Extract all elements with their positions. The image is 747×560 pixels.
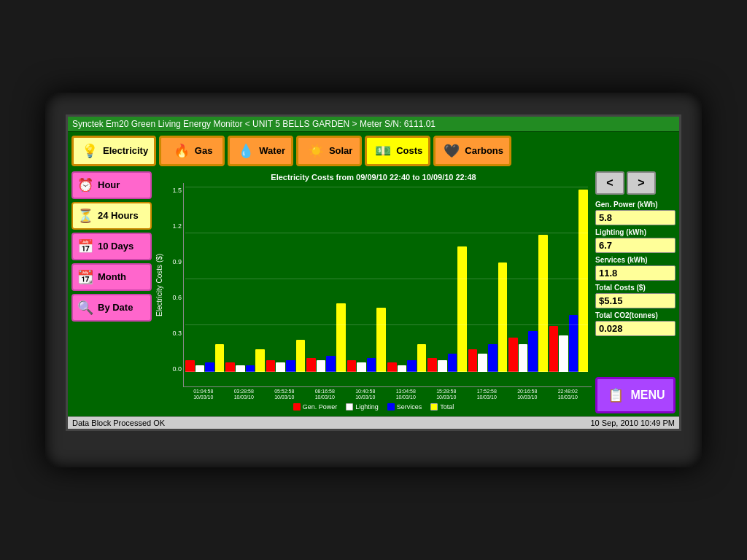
carbons-label: Carbons bbox=[465, 145, 503, 156]
bar-group bbox=[427, 246, 466, 372]
stat-lighting: Lighting (kWh) 6.7 bbox=[595, 228, 676, 253]
legend-dot-total bbox=[430, 403, 438, 411]
bar-lighting bbox=[478, 354, 487, 372]
status-right: 10 Sep, 2010 10:49 PM bbox=[590, 419, 675, 427]
menu-icon: 📋 bbox=[605, 385, 626, 405]
status-bar: Data Block Processed OK 10 Sep, 2010 10:… bbox=[68, 416, 679, 429]
bar-gen bbox=[306, 358, 316, 372]
costs-icon: 💵 bbox=[373, 141, 393, 161]
stat-co2-label: Total CO2(tonnes) bbox=[595, 311, 676, 319]
stat-lighting-value: 6.7 bbox=[595, 238, 676, 253]
y-tick-0: 1.5 bbox=[167, 187, 182, 194]
stat-co2: Total CO2(tonnes) 0.028 bbox=[595, 311, 676, 336]
bar-group bbox=[266, 340, 305, 372]
x-label: 17:52:5810/03/10 bbox=[467, 389, 508, 401]
10days-label: 10 Days bbox=[98, 241, 133, 252]
forward-arrow-button[interactable]: > bbox=[627, 171, 656, 195]
bar-lighting bbox=[398, 365, 407, 372]
bar-total bbox=[255, 349, 265, 372]
nav-btn-solar[interactable]: ☀️ Solar bbox=[296, 136, 362, 166]
bar-gen bbox=[387, 362, 397, 372]
bar-gen bbox=[549, 326, 559, 372]
costs-label: Costs bbox=[396, 145, 422, 156]
bar-total bbox=[457, 246, 467, 372]
bar-lighting bbox=[196, 365, 205, 372]
bar-services bbox=[205, 362, 214, 372]
month-icon: 📆 bbox=[77, 269, 94, 285]
x-label: 10:40:5810/03/10 bbox=[345, 389, 386, 401]
bar-group bbox=[306, 303, 345, 372]
stat-services-label: Services (kWh) bbox=[595, 256, 676, 264]
bar-group bbox=[347, 308, 386, 372]
chart-area: Electricity Costs from 09/09/10 22:40 to… bbox=[155, 171, 592, 414]
bar-total bbox=[417, 344, 427, 372]
side-btn-10days[interactable]: 📅 10 Days bbox=[71, 233, 152, 260]
bar-services bbox=[448, 354, 457, 372]
legend-total: Total bbox=[430, 403, 454, 411]
bar-group bbox=[387, 344, 426, 372]
menu-button[interactable]: 📋 MENU bbox=[595, 377, 676, 413]
bar-lighting bbox=[236, 365, 245, 372]
nav-btn-electricity[interactable]: 💡 Electricity bbox=[71, 136, 156, 166]
x-label: 20:16:5810/03/10 bbox=[507, 389, 548, 401]
bar-gen bbox=[225, 362, 235, 372]
right-panel: < > Gen. Power (kWh) 5.8 Lighting (kWh) … bbox=[595, 171, 676, 414]
stat-services: Services (kWh) 11.8 bbox=[595, 256, 676, 281]
bar-gen bbox=[347, 360, 357, 372]
bar-lighting bbox=[519, 344, 528, 372]
bar-services bbox=[286, 360, 295, 372]
carbons-icon: 🖤 bbox=[441, 141, 462, 161]
legend-label-total: Total bbox=[440, 403, 454, 411]
nav-btn-gas[interactable]: 🔥 Gas bbox=[159, 136, 225, 166]
bar-gen bbox=[266, 360, 276, 372]
status-left: Data Block Processed OK bbox=[72, 419, 165, 427]
stat-gen-label: Gen. Power (kWh) bbox=[595, 201, 676, 209]
bar-services bbox=[367, 358, 376, 372]
bydate-icon: 🔍 bbox=[77, 300, 94, 316]
y-tick-4: 0.3 bbox=[167, 330, 182, 337]
bar-group bbox=[508, 235, 547, 372]
bar-total bbox=[296, 340, 306, 372]
bar-group bbox=[185, 344, 224, 372]
bar-services bbox=[488, 344, 498, 372]
stat-totalcosts-label: Total Costs ($) bbox=[595, 284, 676, 292]
side-btn-bydate[interactable]: 🔍 By Date bbox=[71, 294, 152, 322]
water-label: Water bbox=[259, 145, 285, 156]
stat-gen-value: 5.8 bbox=[595, 210, 676, 225]
water-icon: 💧 bbox=[236, 141, 256, 161]
nav-btn-water[interactable]: 💧 Water bbox=[228, 136, 293, 166]
y-axis-label: Electricity Costs ($) bbox=[155, 183, 167, 387]
legend-gen: Gen. Power bbox=[293, 403, 338, 411]
electricity-icon: 💡 bbox=[80, 141, 100, 161]
side-btn-24hours[interactable]: ⏳ 24 Hours bbox=[71, 202, 152, 230]
back-arrow-button[interactable]: < bbox=[595, 171, 624, 195]
x-label: 08:16:5810/03/10 bbox=[305, 389, 346, 401]
sidebar: ⏰ Hour ⏳ 24 Hours 📅 10 Days 📆 Month 🔍 bbox=[71, 171, 152, 414]
bar-total bbox=[498, 262, 508, 372]
y-tick-3: 0.6 bbox=[167, 294, 182, 301]
x-label: 22:48:0210/03/10 bbox=[548, 389, 589, 401]
gas-label: Gas bbox=[195, 145, 213, 156]
x-labels: 01:04:5810/03/1003:28:5810/03/1005:52:58… bbox=[155, 387, 592, 402]
y-tick-5: 0.0 bbox=[167, 365, 182, 373]
nav-btn-costs[interactable]: 💵 Costs bbox=[365, 136, 430, 166]
gas-icon: 🔥 bbox=[171, 141, 192, 161]
chart-legend: Gen. Power Lighting Services Total bbox=[155, 402, 592, 413]
legend-label-lighting: Lighting bbox=[355, 403, 379, 411]
stat-services-value: 11.8 bbox=[595, 265, 676, 281]
y-tick-1: 1.2 bbox=[167, 222, 182, 230]
bydate-label: By Date bbox=[98, 302, 133, 313]
side-btn-hour[interactable]: ⏰ Hour bbox=[71, 171, 152, 199]
month-label: Month bbox=[98, 271, 126, 282]
grid-line-2 bbox=[185, 233, 588, 233]
stat-totalcosts-value: $5.15 bbox=[595, 293, 676, 308]
bar-gen bbox=[508, 338, 518, 372]
screen: Synctek Em20 Green Living Energy Monitor… bbox=[66, 114, 681, 432]
side-btn-month[interactable]: 📆 Month bbox=[71, 263, 152, 291]
stat-totalcosts: Total Costs ($) $5.15 bbox=[595, 284, 676, 308]
x-label: 01:04:5810/03/10 bbox=[183, 389, 224, 401]
legend-label-services: Services bbox=[397, 403, 422, 411]
legend-dot-gen bbox=[293, 403, 301, 411]
bar-gen bbox=[468, 349, 478, 372]
nav-btn-carbons[interactable]: 🖤 Carbons bbox=[433, 136, 511, 166]
